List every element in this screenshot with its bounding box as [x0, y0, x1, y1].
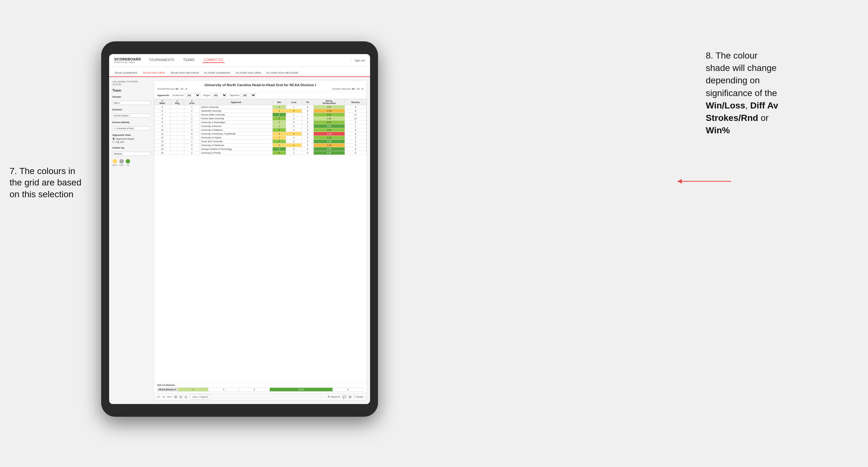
view-original-button[interactable]: View: Original	[190, 395, 210, 399]
cell-opponent: University of Florida	[199, 151, 272, 155]
cell-diff: 4.50	[313, 147, 345, 151]
radio-opponents-played[interactable]: Opponents Played	[112, 137, 151, 140]
cell-diff: 1.83	[313, 117, 345, 121]
col-tie: Tie	[302, 99, 313, 105]
annotation-bold1: Win/Loss	[706, 100, 745, 111]
opponent-select[interactable]: (All)	[240, 93, 256, 97]
legend-label-level: Level	[119, 164, 123, 166]
cell-diff: 9.00	[313, 124, 345, 128]
crop-icon[interactable]: ⊞	[174, 395, 177, 399]
col-conf: #Conf	[184, 99, 200, 105]
radio-label-1: Opponents Played	[116, 138, 134, 140]
sub-nav-player-h2h-heatmap[interactable]: PLAYER H2H HEATMAP	[266, 71, 299, 76]
cell-win: 0	[272, 132, 286, 136]
team-section: Team	[112, 88, 151, 92]
cell-win: 1	[272, 124, 286, 128]
cell-rank: 13	[154, 139, 170, 144]
table-row: 4 - 1 Arizona State University 5 1 0 2.2…	[154, 113, 367, 117]
cell-loss: 0	[286, 121, 302, 124]
cell-diff: 6.62	[313, 151, 345, 155]
grid-header: University of North Carolina Head-to-Hea…	[154, 81, 367, 92]
opponents-filter-label: Opponents:	[157, 94, 169, 96]
school-select[interactable]: 1. University of Nort...	[112, 126, 151, 130]
cell-rank: 10	[154, 128, 170, 132]
region-select[interactable]: (All)	[211, 93, 227, 97]
table-row: NCAA Division II 1 0 0 26.00 3	[157, 388, 363, 392]
legend-label-up: Up	[127, 164, 129, 166]
sub-nav-player-summary[interactable]: PLAYER SUMMARY	[204, 71, 231, 76]
cell-rounds: 3	[345, 144, 366, 147]
legend-dot-level	[119, 159, 124, 163]
redo-icon[interactable]: ↪	[162, 395, 165, 399]
cell-conf: 1	[184, 124, 200, 128]
cell-conf: 2	[184, 121, 200, 124]
team-label: Team	[112, 88, 151, 92]
grid-title: University of North Carolina Head-to-Hea…	[157, 83, 363, 87]
cell-reg: -	[170, 117, 184, 121]
nav-back-icon[interactable]: ⟵	[167, 395, 172, 399]
timer-icon[interactable]: ◷	[185, 395, 187, 399]
sign-out-link[interactable]: Sign out	[351, 59, 365, 62]
radio-top100[interactable]: Top 100	[112, 141, 151, 143]
cell-reg: -	[170, 124, 184, 128]
watch-button[interactable]: 👁 Watch ▾	[328, 396, 340, 398]
overall-record: Overall Record: 89 - 17 - 0	[157, 88, 187, 90]
annotation-right-line4: significance of the	[706, 88, 777, 98]
cell-reg: -	[170, 144, 184, 147]
cell-rank: 3	[154, 109, 170, 113]
cell-rank: 15	[154, 147, 170, 151]
logo: SCOREBOARD Powered by clippd	[114, 57, 141, 64]
cell-opponent: University of Alabama	[199, 128, 272, 132]
cell-loss: 4	[286, 109, 302, 113]
table-row: 8 - 2 University of Washington 1 0 0 3.6…	[154, 121, 367, 124]
gender-section: Gender Men's	[112, 95, 151, 105]
watch-label: Watch	[331, 396, 338, 398]
division-select[interactable]: NCAA Division I	[112, 114, 151, 118]
nav-teams[interactable]: TEAMS	[182, 58, 196, 63]
undo-icon[interactable]: ↩	[157, 395, 160, 399]
nav-bar: SCOREBOARD Powered by clippd TOURNAMENTS…	[109, 54, 370, 67]
annotation-bold2: Diff Av	[750, 100, 778, 111]
conference-select[interactable]: (All)	[185, 93, 200, 97]
table-row: 6 - 2 Florida State University 4 2 0 1.8…	[154, 117, 367, 121]
cell-rank: 6	[154, 117, 170, 121]
colour-by-select[interactable]: Win/loss	[112, 152, 151, 156]
cell-diff: 3.67	[313, 121, 345, 124]
cell-opponent: Vanderbilt University	[199, 109, 272, 113]
cell-win: 3	[272, 151, 286, 155]
cell-diff: -4.33	[313, 132, 345, 136]
sub-nav-team-h2h-grid[interactable]: TEAM H2H GRID	[143, 71, 165, 77]
share-button[interactable]: ↗ Share	[354, 396, 363, 398]
region-filter: Region (All)	[203, 93, 227, 97]
sub-nav-player-h2h-grid[interactable]: PLAYER H2H GRID	[236, 71, 261, 76]
cell-loss: 1	[286, 144, 302, 147]
ood-diff: 26.00	[270, 388, 333, 392]
overall-record-value: 89 - 17 - 0	[176, 88, 187, 90]
cell-reg: -	[170, 139, 184, 144]
sub-nav-team-h2h-heatmap[interactable]: TEAM H2H HEATMAP	[170, 71, 199, 76]
select-icon[interactable]: ⊡	[180, 395, 182, 399]
division-record: Division Record: 88 - 17 - 0	[333, 88, 363, 90]
main-content: Overall Record: Last Updated: 27/03/2024…	[109, 77, 370, 404]
present-icon[interactable]: ⊞	[349, 395, 351, 399]
table-row: 10 - 5 University of Alabama 3 0 0 2.61 …	[154, 128, 367, 132]
gender-select[interactable]: Men's	[112, 101, 151, 105]
comment-icon[interactable]: 💬	[342, 395, 346, 399]
cell-rounds: 8	[345, 128, 366, 132]
cell-conf: 6	[184, 132, 200, 136]
col-diff: Diff AvStrokes/Rnd	[313, 99, 345, 105]
cell-tie: 0	[302, 151, 313, 155]
cell-rank: 8	[154, 121, 170, 124]
table-row: 16 - 2 University of Florida 3 1 0 6.62 …	[154, 151, 367, 155]
cell-opponent: University of Washington	[199, 121, 272, 124]
nav-tournaments[interactable]: TOURNAMENTS	[147, 58, 175, 63]
annotation-right-line1: 8. The colour	[706, 51, 757, 60]
col-opponent: Opponent	[199, 99, 272, 105]
nav-committee[interactable]: COMMITTEE	[203, 58, 225, 63]
cell-win: 5	[272, 147, 286, 151]
annotation-right: 8. The colour shade will change dependin…	[706, 49, 859, 136]
cell-diff: 2.61	[313, 128, 345, 132]
sub-nav-team-summary[interactable]: TEAM SUMMARY	[114, 71, 137, 76]
cell-loss: 0	[286, 139, 302, 144]
cell-rank: 11	[154, 132, 170, 136]
